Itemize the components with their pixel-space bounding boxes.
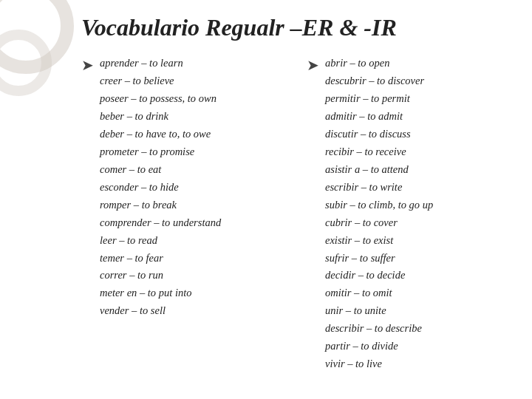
columns-container: ➤ aprender – to learncreer – to believep… bbox=[81, 55, 510, 373]
right-bullet: ➤ bbox=[307, 56, 319, 74]
list-item: descubrir – to discover bbox=[325, 72, 433, 90]
list-item: esconder – to hide bbox=[100, 179, 221, 197]
right-vocab-list: abrir – to opendescubrir – to discoverpe… bbox=[325, 55, 433, 373]
left-vocab-list: aprender – to learncreer – to believepos… bbox=[100, 55, 221, 320]
list-item: creer – to believe bbox=[100, 72, 221, 90]
list-item: escribir – to write bbox=[325, 179, 433, 197]
list-item: asistir a – to attend bbox=[325, 161, 433, 179]
list-item: subir – to climb, to go up bbox=[325, 197, 433, 214]
list-item: existir – to exist bbox=[325, 232, 433, 250]
list-item: romper – to break bbox=[100, 197, 221, 214]
list-item: vivir – to live bbox=[325, 355, 433, 373]
right-column: ➤ abrir – to opendescubrir – to discover… bbox=[307, 55, 510, 373]
list-item: sufrir – to suffer bbox=[325, 250, 433, 267]
list-item: leer – to read bbox=[100, 232, 221, 250]
list-item: comprender – to understand bbox=[100, 214, 221, 232]
page-title: Vocabulario Regualr –ER & -IR bbox=[81, 13, 510, 41]
list-item: describir – to describe bbox=[325, 320, 433, 338]
left-bullet: ➤ bbox=[81, 56, 94, 74]
list-item: recibir – to receive bbox=[325, 143, 433, 161]
list-item: partir – to divide bbox=[325, 338, 433, 355]
list-item: meter en – to put into bbox=[100, 284, 221, 302]
list-item: decidir – to decide bbox=[325, 267, 433, 284]
list-item: temer – to fear bbox=[100, 250, 221, 267]
list-item: deber – to have to, to owe bbox=[100, 126, 221, 143]
list-item: permitir – to permit bbox=[325, 90, 433, 108]
list-item: abrir – to open bbox=[325, 55, 433, 72]
list-item: comer – to eat bbox=[100, 161, 221, 179]
list-item: unir – to unite bbox=[325, 302, 433, 320]
list-item: prometer – to promise bbox=[100, 143, 221, 161]
left-column: ➤ aprender – to learncreer – to believep… bbox=[81, 55, 284, 320]
list-item: aprender – to learn bbox=[100, 55, 221, 72]
list-item: correr – to run bbox=[100, 267, 221, 284]
list-item: beber – to drink bbox=[100, 108, 221, 126]
list-item: admitir – to admit bbox=[325, 108, 433, 126]
list-item: vender – to sell bbox=[100, 302, 221, 320]
list-item: poseer – to possess, to own bbox=[100, 90, 221, 108]
list-item: omitir – to omit bbox=[325, 284, 433, 302]
list-item: cubrir – to cover bbox=[325, 214, 433, 232]
list-item: discutir – to discuss bbox=[325, 126, 433, 143]
